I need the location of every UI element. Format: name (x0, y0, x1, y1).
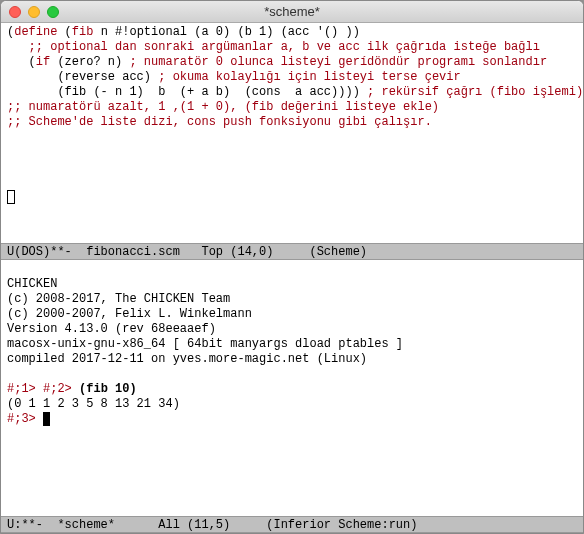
emacs-window: *scheme* (define (fib n #!optional (a 0)… (0, 0, 584, 534)
code-comment: ;; Scheme'de liste dizi, cons push fonks… (7, 115, 432, 129)
code-text: ( (7, 55, 36, 69)
repl-output: (0 1 1 2 3 5 8 13 21 34) (7, 397, 180, 411)
window-title: *scheme* (1, 4, 583, 19)
titlebar: *scheme* (1, 1, 583, 23)
repl-line: CHICKEN (7, 277, 57, 291)
repl-line: Version 4.13.0 (rev 68eeaaef) (7, 322, 216, 336)
repl-prompt: #;2> (43, 382, 79, 396)
code-comment: ;; optional dan sonraki argümanlar a, b … (7, 40, 540, 54)
modeline-top[interactable]: U(DOS)**- fibonacci.scm Top (14,0) (Sche… (1, 243, 583, 260)
code-text: (fib (- n 1) b (+ a b) (cons a acc)))) (7, 85, 367, 99)
repl-pane[interactable]: CHICKEN (c) 2008-2017, The CHICKEN Team … (1, 260, 583, 516)
repl-input: (fib 10) (79, 382, 137, 396)
code-keyword: define (14, 25, 57, 39)
code-text: (reverse acc) (7, 70, 158, 84)
code-comment: ; numaratör 0 olunca listeyi gerídöndür … (129, 55, 547, 69)
editor-pane[interactable]: (define (fib n #!optional (a 0) (b 1) (a… (1, 23, 583, 243)
repl-line: (c) 2008-2017, The CHICKEN Team (7, 292, 230, 306)
code-keyword: if (36, 55, 50, 69)
code-comment: ;; numaratörü azalt, 1 ,(1 + 0), (fib de… (7, 100, 439, 114)
repl-prompt: #;1> (7, 382, 43, 396)
code-fn: fib (72, 25, 94, 39)
code-text: ( (57, 25, 71, 39)
modeline-bottom[interactable]: U:**- *scheme* All (11,5) (Inferior Sche… (1, 516, 583, 533)
repl-line: macosx-unix-gnu-x86_64 [ 64bit manyargs … (7, 337, 403, 351)
hollow-cursor (7, 190, 15, 204)
code-text: (zero? n) (50, 55, 129, 69)
code-comment: ; rekürsif çağrı (fibo işlemi) (367, 85, 583, 99)
code-comment: ; okuma kolaylığı için listeyi terse çev… (158, 70, 460, 84)
active-cursor (43, 412, 50, 426)
repl-prompt: #;3> (7, 412, 43, 426)
repl-line: compiled 2017-12-11 on yves.more-magic.n… (7, 352, 367, 366)
repl-line: (c) 2000-2007, Felix L. Winkelmann (7, 307, 252, 321)
code-text: n #!optional (a 0) (b 1) (acc '() )) (93, 25, 359, 39)
